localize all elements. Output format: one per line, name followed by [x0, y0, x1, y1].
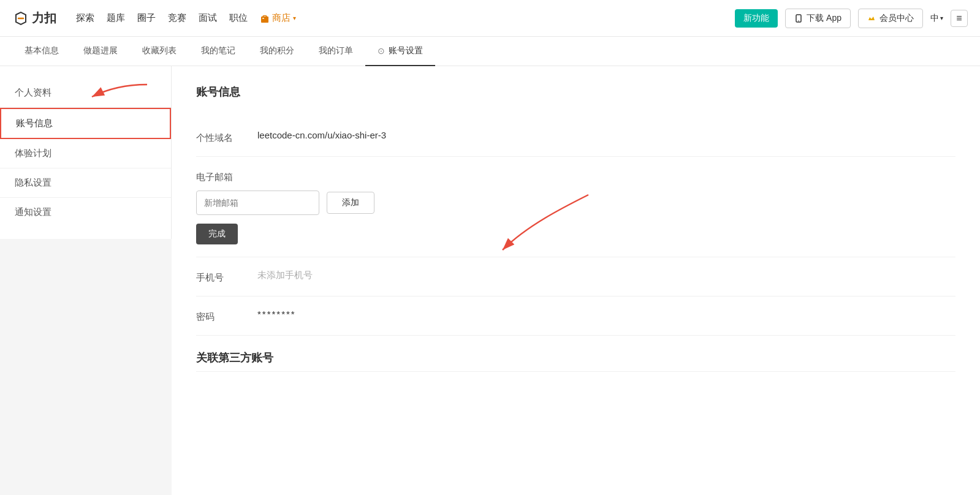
section-title: 账号信息	[196, 85, 955, 99]
phone-label: 手机号	[196, 270, 257, 284]
logo[interactable]: 力扣	[12, 10, 56, 27]
sidebar-item-privacy[interactable]: 隐私设置	[0, 168, 171, 198]
password-label: 密码	[196, 309, 257, 323]
domain-value: leetcode-cn.com/u/xiao-shi-er-3	[257, 130, 386, 140]
domain-field-row: 个性域名 leetcode-cn.com/u/xiao-shi-er-3	[196, 118, 955, 157]
svg-rect-0	[261, 17, 268, 23]
nav-jobs[interactable]: 职位	[229, 12, 248, 24]
phone-field-row: 手机号 未添加手机号	[196, 257, 955, 297]
domain-label: 个性域名	[196, 130, 257, 144]
subnav-settings-label: 账号设置	[389, 45, 423, 56]
done-button[interactable]: 完成	[196, 224, 238, 244]
subnav-progress[interactable]: 做题进展	[71, 37, 130, 66]
main-content: 账号信息 个性域名 leetcode-cn.com/u/xiao-shi-er-…	[172, 66, 980, 495]
download-label: 下载 App	[807, 13, 841, 24]
user-menu[interactable]: ≡	[951, 10, 968, 27]
crown-icon	[867, 14, 876, 23]
phone-value: 未添加手机号	[257, 270, 313, 281]
subnav-basic[interactable]: 基本信息	[12, 37, 71, 66]
sidebar-item-profile[interactable]: 个人资料	[0, 78, 171, 108]
password-field-row: 密码 ********	[196, 297, 955, 336]
email-input-row: 添加	[196, 191, 374, 215]
subnav-points[interactable]: 我的积分	[248, 37, 306, 66]
main-layout: 个人资料 账号信息 体验计划 隐私设置 通知设置	[0, 66, 980, 495]
clock-icon: ⊙	[378, 46, 385, 56]
lang-label: 中	[930, 13, 939, 24]
nav-items: 探索 题库 圈子 竞赛 面试 职位 商店 ▾	[76, 12, 720, 24]
top-navigation: 力扣 探索 题库 圈子 竞赛 面试 职位 商店 ▾ 新功能 下载 App	[0, 0, 980, 37]
member-center-button[interactable]: 会员中心	[858, 9, 923, 28]
sub-navigation: 基本信息 做题进展 收藏列表 我的笔记 我的积分 我的订单 ⊙ 账号设置	[0, 37, 980, 66]
email-label: 电子邮箱	[196, 169, 257, 183]
sidebar-container: 个人资料 账号信息 体验计划 隐私设置 通知设置	[0, 66, 172, 495]
related-divider	[196, 371, 955, 372]
member-label: 会员中心	[879, 13, 914, 24]
download-app-button[interactable]: 下载 App	[785, 9, 851, 28]
nav-explore[interactable]: 探索	[76, 12, 94, 24]
subnav-orders[interactable]: 我的订单	[306, 37, 365, 66]
svg-rect-1	[262, 18, 264, 19]
lang-selector[interactable]: 中 ▾	[930, 13, 943, 24]
new-feature-button[interactable]: 新功能	[735, 9, 778, 28]
nav-interview[interactable]: 面试	[199, 12, 217, 24]
nav-circle[interactable]: 圈子	[137, 12, 156, 24]
password-value: ********	[257, 309, 296, 319]
email-input[interactable]	[196, 191, 319, 215]
email-field-row: 电子邮箱 添加 完成	[196, 157, 955, 257]
user-menu-icon: ≡	[956, 13, 962, 24]
lang-chevron-icon: ▾	[940, 15, 943, 21]
nav-shop-label: 商店	[272, 12, 291, 24]
subnav-settings[interactable]: ⊙ 账号设置	[365, 37, 435, 66]
logo-text: 力扣	[32, 10, 56, 26]
nav-right: 新功能 下载 App 会员中心 中 ▾ ≡	[735, 9, 968, 28]
nav-contest[interactable]: 竞赛	[168, 12, 186, 24]
sidebar-item-account[interactable]: 账号信息	[0, 108, 171, 139]
mobile-icon	[794, 14, 803, 23]
nav-problems[interactable]: 题库	[107, 12, 125, 24]
nav-shop[interactable]: 商店 ▾	[260, 12, 296, 24]
sidebar-item-experience[interactable]: 体验计划	[0, 139, 171, 168]
add-email-button[interactable]: 添加	[327, 192, 374, 214]
subnav-favorites[interactable]: 收藏列表	[130, 37, 189, 66]
svg-point-3	[798, 20, 799, 21]
sidebar: 个人资料 账号信息 体验计划 隐私设置 通知设置	[0, 66, 172, 239]
shop-bag-icon	[260, 13, 270, 23]
related-accounts-title: 关联第三方账号	[196, 336, 955, 371]
sidebar-item-notifications[interactable]: 通知设置	[0, 198, 171, 227]
shop-chevron-icon: ▾	[293, 15, 296, 21]
subnav-notes[interactable]: 我的笔记	[189, 37, 248, 66]
